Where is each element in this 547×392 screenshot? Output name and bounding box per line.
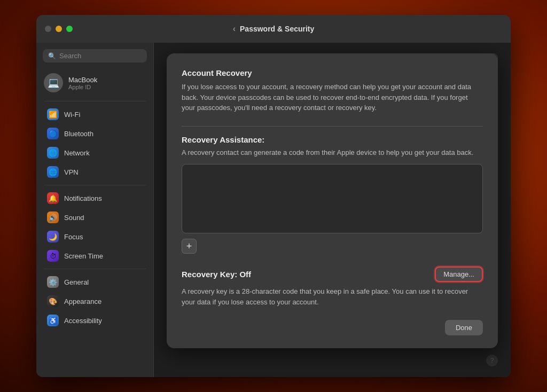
window-body: 🔍 Search 💻 MacBook Apple ID 📶 Wi-Fi 🔵 — [36, 43, 511, 377]
dialog-divider-1 — [182, 126, 483, 127]
sidebar-item-vpn[interactable]: 🌐 VPN — [40, 162, 150, 182]
sidebar-item-focus[interactable]: 🌙 Focus — [40, 227, 150, 246]
sidebar-item-label-appearance: Appearance — [64, 297, 101, 305]
back-button[interactable]: ‹ — [233, 24, 236, 34]
sidebar-item-accessibility[interactable]: ♿ Accessibility — [40, 311, 150, 330]
maximize-button[interactable] — [66, 26, 73, 32]
sidebar-item-label-screentime: Screen Time — [64, 252, 103, 260]
recovery-key-section: Recovery Key: Off Manage... A recovery k… — [182, 266, 483, 307]
window-title: Password & Security — [240, 25, 314, 33]
sidebar-section-network: 📶 Wi-Fi 🔵 Bluetooth 🌐 Network 🌐 VPN — [36, 105, 153, 182]
account-recovery-section: Account Recovery If you lose access to y… — [182, 68, 483, 113]
sidebar-item-screentime[interactable]: ⏱ Screen Time — [40, 246, 150, 265]
sidebar-item-notifications[interactable]: 🔔 Notifications — [40, 189, 150, 208]
sidebar-item-label-notifications: Notifications — [64, 194, 102, 202]
sidebar-item-label-wifi: Wi-Fi — [64, 111, 80, 119]
recovery-key-header: Recovery Key: Off Manage... — [182, 266, 483, 282]
sidebar-item-wifi[interactable]: 📶 Wi-Fi — [40, 105, 150, 124]
network-icon: 🌐 — [47, 147, 59, 159]
accessibility-icon: ♿ — [47, 315, 59, 326]
search-icon: 🔍 — [48, 52, 56, 60]
sidebar-item-appearance[interactable]: 🎨 Appearance — [40, 292, 150, 311]
general-icon: ⚙️ — [47, 276, 59, 288]
recovery-assistance-text: A recovery contact can generate a code f… — [182, 147, 483, 158]
sidebar-item-label-sound: Sound — [64, 214, 84, 222]
sound-icon: 🔊 — [47, 211, 59, 223]
recovery-key-title: Recovery Key: Off — [182, 270, 251, 279]
sidebar-divider-2 — [44, 185, 146, 185]
account-recovery-dialog: Account Recovery If you lose access to y… — [167, 53, 498, 348]
add-contact-button[interactable]: + — [182, 239, 197, 254]
sidebar-divider-1 — [44, 101, 146, 101]
avatar: 💻 — [44, 73, 63, 92]
wifi-icon: 📶 — [47, 108, 59, 120]
sidebar-item-label-focus: Focus — [64, 233, 83, 241]
sidebar: 🔍 Search 💻 MacBook Apple ID 📶 Wi-Fi 🔵 — [36, 43, 154, 377]
search-placeholder: Search — [59, 52, 81, 60]
sidebar-item-general[interactable]: ⚙️ General — [40, 272, 150, 292]
sidebar-item-label-accessibility: Accessibility — [64, 317, 102, 325]
sidebar-item-label-general: General — [64, 278, 89, 286]
sidebar-item-label-vpn: VPN — [64, 168, 79, 176]
dialog-footer: Done — [182, 320, 483, 335]
notifications-icon: 🔔 — [47, 192, 59, 204]
vpn-icon: 🌐 — [47, 166, 59, 178]
titlebar: ‹ Password & Security — [36, 15, 511, 43]
minimize-button[interactable] — [56, 26, 62, 32]
sidebar-item-bluetooth[interactable]: 🔵 Bluetooth — [40, 124, 150, 143]
sidebar-profile[interactable]: 💻 MacBook Apple ID — [36, 69, 153, 97]
account-recovery-title: Account Recovery — [182, 68, 483, 77]
search-bar[interactable]: 🔍 Search — [43, 49, 147, 62]
dialog-overlay: Account Recovery If you lose access to y… — [154, 43, 511, 377]
contact-list-box — [182, 164, 483, 233]
sidebar-item-label-bluetooth: Bluetooth — [64, 130, 93, 138]
profile-name: MacBook — [68, 76, 97, 84]
recovery-key-text: A recovery key is a 28-character code th… — [182, 286, 483, 307]
titlebar-center: ‹ Password & Security — [233, 24, 315, 34]
recovery-assistance-section: Recovery Assistance: A recovery contact … — [182, 135, 483, 254]
close-button[interactable] — [45, 26, 51, 32]
profile-text: MacBook Apple ID — [68, 76, 97, 90]
focus-icon: 🌙 — [47, 231, 59, 242]
sidebar-item-label-network: Network — [64, 149, 90, 157]
sidebar-section-preferences: ⚙️ General 🎨 Appearance ♿ Accessibility — [36, 272, 153, 330]
recovery-assistance-title: Recovery Assistance: — [182, 135, 483, 144]
sidebar-item-sound[interactable]: 🔊 Sound — [40, 208, 150, 227]
main-content: Add... Manage... Manage... ? — [154, 43, 511, 377]
sidebar-section-system: 🔔 Notifications 🔊 Sound 🌙 Focus ⏱ Screen… — [36, 189, 153, 265]
done-button[interactable]: Done — [445, 320, 483, 335]
sidebar-divider-3 — [44, 269, 146, 269]
account-recovery-text: If you lose access to your account, a re… — [182, 82, 483, 113]
bluetooth-icon: 🔵 — [47, 128, 59, 139]
main-window: ‹ Password & Security 🔍 Search 💻 MacBook… — [36, 15, 511, 377]
recovery-key-manage-button[interactable]: Manage... — [435, 266, 483, 282]
screentime-icon: ⏱ — [47, 250, 59, 262]
sidebar-item-network[interactable]: 🌐 Network — [40, 143, 150, 162]
profile-subtitle: Apple ID — [68, 84, 97, 90]
appearance-icon: 🎨 — [47, 295, 59, 307]
traffic-lights — [45, 26, 73, 32]
